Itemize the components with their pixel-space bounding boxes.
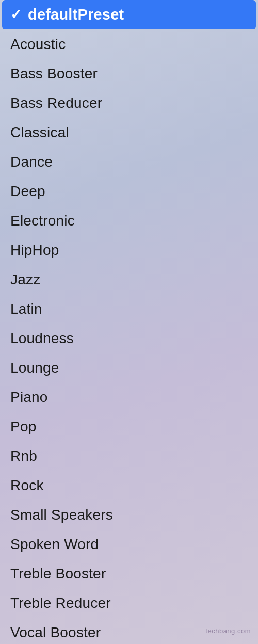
menu-item-label: Jazz: [10, 271, 40, 288]
menu-item-label: Treble Reducer: [10, 595, 111, 611]
menu-item-label: defaultPreset: [28, 6, 124, 23]
checkmark-icon: ✓: [10, 7, 22, 23]
menu-item-label: Piano: [10, 389, 48, 406]
menu-item-loudness[interactable]: Loudness: [0, 324, 258, 353]
menu-item-vocal-booster[interactable]: Vocal Booster: [0, 618, 258, 644]
menu-item-label: Acoustic: [10, 36, 66, 53]
menu-item-rnb[interactable]: Rnb: [0, 441, 258, 471]
menu-item-label: Rock: [10, 477, 44, 494]
menu-item-acoustic[interactable]: Acoustic: [0, 29, 258, 59]
menu-item-default-preset[interactable]: ✓defaultPreset: [2, 0, 256, 29]
menu-item-label: HipHop: [10, 242, 59, 259]
menu-item-treble-reducer[interactable]: Treble Reducer: [0, 588, 258, 618]
menu-item-label: Small Speakers: [10, 507, 113, 523]
menu-item-bass-booster[interactable]: Bass Booster: [0, 59, 258, 88]
menu-item-label: Vocal Booster: [10, 624, 101, 641]
menu-item-spoken-word[interactable]: Spoken Word: [0, 529, 258, 559]
menu-item-jazz[interactable]: Jazz: [0, 265, 258, 294]
menu-item-dance[interactable]: Dance: [0, 147, 258, 176]
menu-item-label: Electronic: [10, 213, 75, 229]
menu-item-deep[interactable]: Deep: [0, 176, 258, 206]
menu-item-rock[interactable]: Rock: [0, 471, 258, 500]
menu-item-label: Bass Booster: [10, 66, 98, 82]
preset-menu: ✓defaultPresetAcousticBass BoosterBass R…: [0, 0, 258, 644]
menu-item-bass-reducer[interactable]: Bass Reducer: [0, 88, 258, 118]
menu-item-hiphop[interactable]: HipHop: [0, 235, 258, 265]
menu-item-piano[interactable]: Piano: [0, 382, 258, 412]
menu-item-label: Lounge: [10, 360, 59, 376]
menu-item-electronic[interactable]: Electronic: [0, 206, 258, 235]
menu-item-label: Bass Reducer: [10, 95, 102, 111]
menu-item-pop[interactable]: Pop: [0, 412, 258, 441]
menu-item-lounge[interactable]: Lounge: [0, 353, 258, 382]
menu-item-latin[interactable]: Latin: [0, 294, 258, 324]
menu-item-label: Loudness: [10, 330, 74, 347]
menu-item-label: Spoken Word: [10, 536, 99, 553]
menu-item-classical[interactable]: Classical: [0, 118, 258, 147]
menu-item-treble-booster[interactable]: Treble Booster: [0, 559, 258, 588]
menu-item-small-speakers[interactable]: Small Speakers: [0, 500, 258, 529]
menu-item-label: Latin: [10, 301, 42, 317]
menu-item-label: Treble Booster: [10, 566, 106, 582]
menu-item-label: Rnb: [10, 448, 37, 464]
menu-item-label: Pop: [10, 418, 36, 435]
menu-item-label: Dance: [10, 154, 53, 170]
menu-item-label: Classical: [10, 124, 69, 141]
menu-item-label: Deep: [10, 183, 45, 200]
